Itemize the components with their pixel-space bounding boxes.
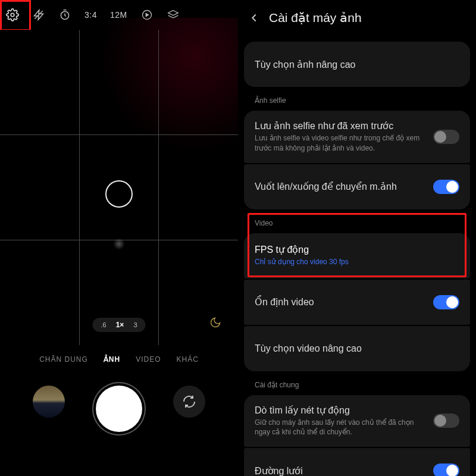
row-advanced-photo[interactable]: Tùy chọn ảnh nâng cao: [244, 42, 470, 87]
grid-label: Đường lưới: [255, 465, 426, 476]
flash-icon[interactable]: [32, 8, 45, 21]
mode-video[interactable]: VIDEO: [136, 355, 161, 364]
settings-list[interactable]: Tùy chọn ảnh nâng cao Ảnh selfie Lưu ảnh…: [238, 42, 476, 476]
swipe-label: Vuốt lên/xuống để chuyển m.ảnh: [255, 181, 426, 192]
selfie-save-sub: Lưu ảnh selfie và video selfie như trong…: [255, 133, 426, 154]
autofocus-sub: Giữ cho máy ảnh sau lấy nét vào chủ thể …: [255, 418, 426, 438]
toggle-save-selfie[interactable]: [433, 130, 459, 144]
toggle-stabilize[interactable]: [433, 295, 459, 309]
timer-icon[interactable]: [58, 8, 71, 21]
mode-more[interactable]: KHÁC: [177, 355, 199, 364]
section-video: Video: [255, 219, 468, 227]
settings-title: Cài đặt máy ảnh: [269, 11, 362, 25]
adv-video-label: Tùy chọn video nâng cao: [255, 343, 459, 354]
zoom-wide[interactable]: .6: [101, 321, 107, 328]
camera-mode-selector[interactable]: CHÂN DUNG ẢNH VIDEO KHÁC: [0, 345, 238, 374]
camera-settings-screen: Cài đặt máy ảnh Tùy chọn ảnh nâng cao Ản…: [238, 0, 476, 476]
zoom-selector[interactable]: .6 1× 3: [93, 318, 146, 332]
row-auto-fps[interactable]: FPS tự động Chỉ sử dụng cho video 30 fps: [244, 233, 470, 278]
back-icon[interactable]: [248, 11, 261, 24]
highlight-settings-icon: [0, 0, 31, 31]
row-swipe-switch-camera[interactable]: Vuốt lên/xuống để chuyển m.ảnh: [244, 164, 470, 209]
grid-line: [158, 30, 159, 345]
focus-dot: [113, 238, 125, 250]
row-tracking-autofocus[interactable]: Dò tìm lấy nét tự động Giữ cho máy ảnh s…: [244, 395, 470, 447]
row-advanced-video[interactable]: Tùy chọn video nâng cao: [244, 326, 470, 371]
focus-indicator: [105, 180, 133, 208]
row-video-stabilization[interactable]: Ổn định video: [244, 280, 470, 325]
gallery-thumbnail[interactable]: [33, 386, 65, 418]
zoom-main[interactable]: 1×: [116, 321, 124, 329]
grid-line: [0, 134, 238, 135]
mode-portrait[interactable]: CHÂN DUNG: [39, 355, 88, 364]
shutter-button[interactable]: [96, 386, 142, 432]
section-selfie: Ảnh selfie: [255, 96, 468, 105]
mode-photo[interactable]: ẢNH: [104, 355, 120, 364]
autofocus-label: Dò tìm lấy nét tự động: [255, 405, 426, 416]
toggle-autofocus[interactable]: [433, 414, 459, 428]
selfie-save-label: Lưu ảnh selfie như đã xem trước: [255, 120, 426, 131]
auto-fps-sub: Chỉ sử dụng cho video 30 fps: [255, 257, 459, 267]
camera-screen: 3:4 12M .6 1× 3: [0, 0, 238, 476]
row-grid-lines[interactable]: Đường lưới: [244, 448, 470, 476]
row-save-selfie-as-previewed[interactable]: Lưu ảnh selfie như đã xem trước Lưu ảnh …: [244, 111, 470, 163]
section-general: Cài đặt chung: [255, 381, 468, 389]
toggle-grid[interactable]: [433, 464, 459, 476]
viewfinder-preview: [95, 18, 262, 149]
camera-viewfinder[interactable]: .6 1× 3: [0, 30, 238, 345]
toggle-swipe-switch[interactable]: [433, 180, 459, 194]
settings-header: Cài đặt máy ảnh: [238, 0, 476, 36]
svg-marker-6: [168, 11, 178, 15]
stabilize-label: Ổn định video: [255, 296, 426, 308]
night-mode-icon[interactable]: [209, 317, 221, 328]
svg-marker-5: [146, 14, 148, 17]
auto-fps-label: FPS tự động: [255, 244, 459, 255]
camera-switch-button[interactable]: [173, 386, 205, 418]
grid-line: [79, 30, 80, 345]
zoom-tele[interactable]: 3: [133, 321, 137, 328]
shutter-row: [0, 374, 238, 475]
advanced-photo-label: Tùy chọn ảnh nâng cao: [255, 59, 459, 70]
